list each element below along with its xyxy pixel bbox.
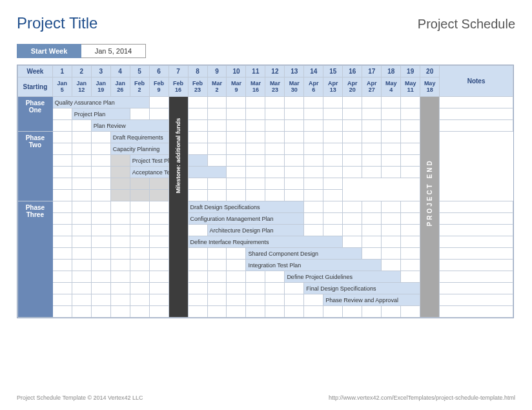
notes-cell[interactable] xyxy=(401,167,420,178)
cell[interactable] xyxy=(285,167,304,178)
cell[interactable] xyxy=(362,167,382,178)
cell[interactable] xyxy=(72,225,91,236)
cell[interactable] xyxy=(323,143,343,155)
cell[interactable] xyxy=(91,306,110,318)
cell[interactable] xyxy=(72,155,91,167)
cell[interactable] xyxy=(246,120,265,132)
cell[interactable] xyxy=(149,178,169,190)
cell[interactable] xyxy=(401,260,420,271)
cell[interactable] xyxy=(110,178,130,190)
cell[interactable] xyxy=(382,108,401,120)
cell[interactable] xyxy=(110,190,130,201)
cell[interactable] xyxy=(401,271,420,283)
cell[interactable] xyxy=(110,283,130,294)
cell[interactable] xyxy=(52,306,72,318)
cell[interactable] xyxy=(265,143,285,155)
notes-cell[interactable] xyxy=(440,248,513,260)
cell[interactable] xyxy=(207,97,227,108)
cell[interactable] xyxy=(285,132,304,143)
cell[interactable] xyxy=(362,132,382,143)
cell[interactable] xyxy=(188,143,207,155)
cell[interactable] xyxy=(130,178,149,190)
cell[interactable] xyxy=(227,143,246,155)
cell[interactable] xyxy=(207,108,227,120)
notes-cell[interactable] xyxy=(440,108,513,120)
cell[interactable] xyxy=(246,178,265,190)
cell[interactable] xyxy=(188,190,207,201)
cell[interactable] xyxy=(382,120,401,132)
cell[interactable] xyxy=(110,213,130,225)
notes-cell[interactable] xyxy=(440,271,513,283)
cell[interactable] xyxy=(246,190,265,201)
cell[interactable] xyxy=(343,213,362,225)
task-bar[interactable]: Project Plan xyxy=(72,108,130,120)
cell[interactable] xyxy=(72,178,91,190)
task-bar[interactable]: Phase Review and Approval xyxy=(323,294,420,306)
task-bar[interactable]: Define Interface Requirements xyxy=(188,236,343,248)
cell[interactable] xyxy=(304,132,323,143)
cell[interactable] xyxy=(304,190,323,201)
cell[interactable] xyxy=(110,225,130,236)
cell[interactable] xyxy=(285,178,304,190)
cell[interactable] xyxy=(343,306,362,318)
cell[interactable] xyxy=(362,201,382,213)
cell[interactable] xyxy=(227,155,246,167)
cell[interactable] xyxy=(362,143,382,155)
cell[interactable] xyxy=(362,236,382,248)
cell[interactable] xyxy=(110,306,130,318)
cell[interactable] xyxy=(382,248,401,260)
task-bar[interactable]: Configuration Management Plan xyxy=(188,213,304,225)
notes-cell[interactable] xyxy=(323,190,343,201)
cell[interactable] xyxy=(130,236,149,248)
cell[interactable] xyxy=(149,260,169,271)
cell[interactable] xyxy=(323,108,343,120)
cell[interactable] xyxy=(285,143,304,155)
cell[interactable] xyxy=(246,155,265,167)
cell[interactable] xyxy=(227,294,246,306)
cell[interactable] xyxy=(188,260,207,271)
cell[interactable] xyxy=(91,167,110,178)
cell[interactable] xyxy=(149,190,169,201)
cell[interactable] xyxy=(382,97,401,108)
cell[interactable] xyxy=(91,132,110,143)
cell[interactable] xyxy=(110,236,130,248)
cell[interactable] xyxy=(382,260,401,271)
cell[interactable] xyxy=(72,213,91,225)
cell[interactable] xyxy=(343,236,362,248)
cell[interactable] xyxy=(382,225,401,236)
cell[interactable] xyxy=(246,306,265,318)
cell[interactable] xyxy=(149,306,169,318)
cell[interactable] xyxy=(323,225,343,236)
cell[interactable] xyxy=(382,201,401,213)
cell[interactable] xyxy=(110,248,130,260)
cell[interactable] xyxy=(188,120,207,132)
cell[interactable] xyxy=(285,97,304,108)
cell[interactable] xyxy=(52,143,72,155)
cell[interactable] xyxy=(207,190,227,201)
cell[interactable] xyxy=(343,167,362,178)
cell[interactable] xyxy=(246,294,265,306)
cell[interactable] xyxy=(207,271,227,283)
cell[interactable] xyxy=(91,294,110,306)
cell[interactable] xyxy=(265,294,285,306)
cell[interactable] xyxy=(265,108,285,120)
cell[interactable] xyxy=(246,283,265,294)
cell[interactable] xyxy=(72,132,91,143)
cell[interactable] xyxy=(72,167,91,178)
task-bar[interactable]: Plan Review xyxy=(91,120,169,132)
cell[interactable] xyxy=(362,306,382,318)
cell[interactable] xyxy=(382,143,401,155)
cell[interactable] xyxy=(304,155,323,167)
cell[interactable] xyxy=(207,294,227,306)
cell[interactable] xyxy=(72,283,91,294)
cell[interactable] xyxy=(149,248,169,260)
cell[interactable] xyxy=(304,120,323,132)
cell[interactable] xyxy=(304,225,323,236)
cell[interactable] xyxy=(343,225,362,236)
cell[interactable] xyxy=(207,155,227,167)
notes-cell[interactable] xyxy=(440,120,513,132)
cell[interactable] xyxy=(130,260,149,271)
cell[interactable] xyxy=(52,271,72,283)
cell[interactable] xyxy=(304,213,323,225)
task-bar[interactable]: Draft Design Specifications xyxy=(188,201,304,213)
